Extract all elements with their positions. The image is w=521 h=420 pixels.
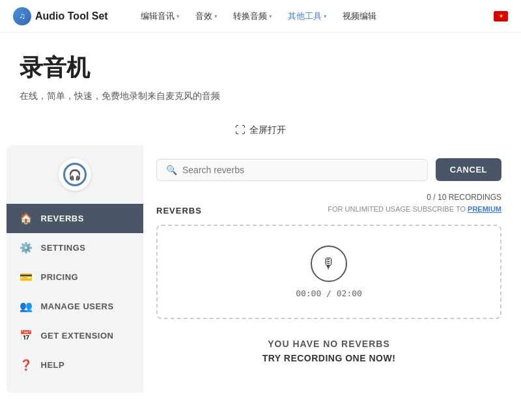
header: ♫ Audio Tool Set 编辑音讯 ▾ 音效 ▾ 转换音频 ▾ 其他工具…	[0, 0, 521, 33]
sidebar-item-pricing-label: PRICING	[41, 272, 79, 282]
no-reverbs-subtitle: TRY RECORDING ONE NOW!	[156, 353, 501, 363]
sidebar-item-manage-users[interactable]: 👥 MANAGE USERS	[7, 292, 143, 321]
nav-effects[interactable]: 音效 ▾	[189, 7, 224, 26]
page-title: 录音机	[20, 52, 501, 84]
extension-icon: 📅	[20, 329, 33, 342]
logo-text: Audio Tool Set	[35, 10, 108, 22]
sidebar-logo: 🎧	[7, 158, 143, 191]
main-content: 🎧 🏠 REVERBS ⚙️ SETTINGS 💳 PRICING 👥 MANA…	[7, 145, 514, 393]
sidebar: 🎧 🏠 REVERBS ⚙️ SETTINGS 💳 PRICING 👥 MANA…	[7, 145, 143, 393]
sidebar-item-settings[interactable]: ⚙️ SETTINGS	[7, 233, 143, 262]
help-icon: ❓	[20, 359, 33, 371]
recordings-count: 0 / 10 RECORDINGS	[328, 191, 501, 204]
reverbs-header: REVERBS 0 / 10 RECORDINGS FOR UNLIMITED …	[156, 191, 501, 216]
search-input-wrap[interactable]: 🔍	[156, 159, 428, 181]
fullscreen-icon: ⛶	[235, 124, 246, 136]
fullscreen-label: 全屏打开	[249, 124, 286, 136]
fullscreen-bar: ⛶ 全屏打开	[0, 109, 521, 145]
recordings-info: 0 / 10 RECORDINGS FOR UNLIMITED USAGE SU…	[328, 191, 501, 216]
users-icon: 👥	[20, 300, 33, 313]
language-flag[interactable]: ★	[494, 11, 508, 21]
sidebar-item-help[interactable]: ❓ HELP	[7, 350, 143, 380]
card-icon: 💳	[20, 271, 33, 283]
chevron-down-icon: ▾	[269, 13, 272, 20]
premium-link[interactable]: PREMIUM	[468, 205, 501, 213]
mic-button[interactable]: 🎙	[311, 245, 347, 282]
sidebar-item-help-label: HELP	[41, 360, 65, 370]
microphone-icon: 🎙	[322, 255, 336, 272]
sidebar-item-settings-label: SETTINGS	[41, 243, 86, 253]
sidebar-item-manage-users-label: MANAGE USERS	[41, 301, 114, 311]
main-nav: 编辑音讯 ▾ 音效 ▾ 转换音频 ▾ 其他工具 ▾ 视频编辑	[134, 7, 494, 26]
fullscreen-button[interactable]: ⛶ 全屏打开	[229, 122, 292, 139]
recording-box: 🎙 00:00 / 02:00	[156, 225, 501, 319]
nav-other-tools[interactable]: 其他工具 ▾	[281, 7, 333, 26]
nav-right: ★	[494, 11, 508, 21]
sidebar-item-get-extension[interactable]: 📅 GET EXTENSION	[7, 321, 143, 350]
search-input[interactable]	[182, 165, 418, 175]
gear-icon: ⚙️	[20, 242, 33, 254]
chevron-down-icon: ▾	[324, 13, 327, 20]
nav-convert[interactable]: 转换音频 ▾	[227, 7, 279, 26]
sidebar-logo-circle: 🎧	[59, 158, 91, 191]
cancel-button[interactable]: CANCEL	[436, 158, 501, 181]
chevron-down-icon: ▾	[176, 13, 180, 20]
subscription-text: FOR UNLIMITED USAGE SUBSCRIBE TO PREMIUM	[328, 204, 501, 216]
sidebar-item-reverbs[interactable]: 🏠 REVERBS	[7, 204, 143, 233]
nav-edit-audio[interactable]: 编辑音讯 ▾	[134, 7, 186, 26]
logo[interactable]: ♫ Audio Tool Set	[13, 7, 108, 25]
page-subtitle: 在线，简单，快速，免费地录制来自麦克风的音频	[20, 91, 501, 102]
search-icon: 🔍	[166, 165, 177, 175]
reverbs-panel-title: REVERBS	[156, 206, 202, 216]
nav-video-edit[interactable]: 视频编辑	[336, 7, 383, 26]
sidebar-item-pricing[interactable]: 💳 PRICING	[7, 262, 143, 292]
no-reverbs-section: YOU HAVE NO REVERBS TRY RECORDING ONE NO…	[156, 332, 501, 370]
hero-section: 录音机 在线，简单，快速，免费地录制来自麦克风的音频	[0, 33, 521, 109]
chevron-down-icon: ▾	[214, 13, 218, 20]
sidebar-item-reverbs-label: REVERBS	[41, 214, 84, 223]
logo-icon: ♫	[13, 7, 31, 25]
recording-timer: 00:00 / 02:00	[296, 288, 362, 298]
sidebar-logo-icon: 🎧	[63, 163, 87, 186]
right-panel: 🔍 CANCEL REVERBS 0 / 10 RECORDINGS FOR U…	[143, 145, 514, 393]
search-bar: 🔍 CANCEL	[156, 158, 501, 181]
home-icon: 🏠	[20, 212, 33, 225]
no-reverbs-title: YOU HAVE NO REVERBS	[156, 339, 501, 349]
sidebar-item-get-extension-label: GET EXTENSION	[41, 331, 114, 341]
